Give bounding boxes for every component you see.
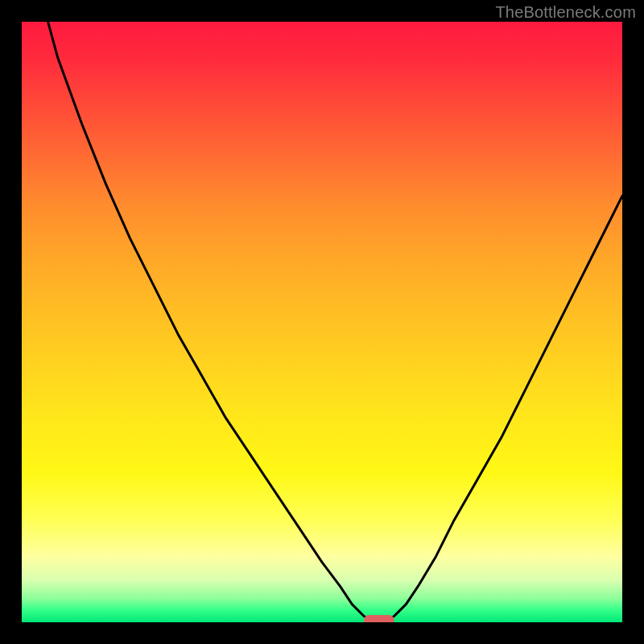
chart-frame: TheBottleneck.com xyxy=(0,0,644,644)
watermark-text: TheBottleneck.com xyxy=(495,3,636,22)
curve-path xyxy=(22,22,622,622)
bottleneck-curve xyxy=(22,22,622,622)
optimum-marker xyxy=(364,615,394,622)
plot-area xyxy=(22,22,622,622)
curve-layer xyxy=(22,22,622,622)
